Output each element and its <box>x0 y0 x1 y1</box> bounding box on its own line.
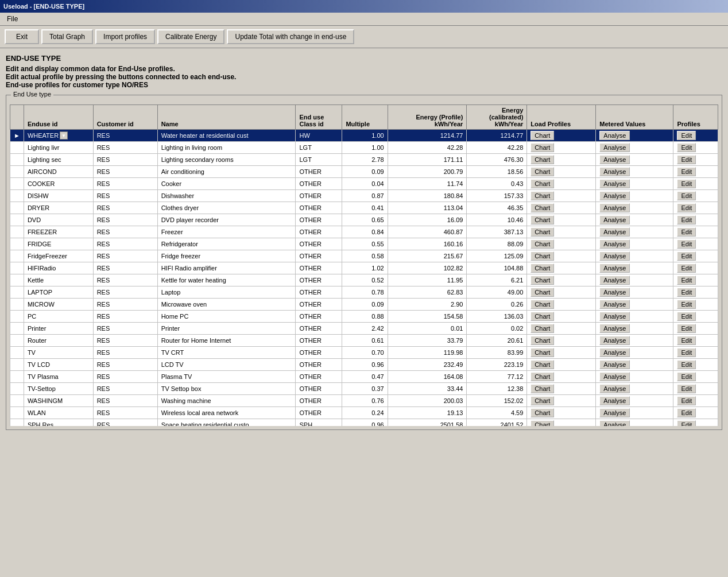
cell-name[interactable]: Home PC <box>157 311 296 323</box>
cell-end-use-class-id[interactable]: OTHER <box>296 178 342 190</box>
cell-multiple[interactable]: 0.04 <box>342 178 388 190</box>
cell-profiles[interactable]: Edit <box>673 323 718 335</box>
cell-load-profiles[interactable]: Chart <box>527 371 596 383</box>
cell-multiple[interactable]: 0.76 <box>342 395 388 407</box>
analyse-button[interactable]: Analyse <box>599 420 630 426</box>
cell-energy-calibrated[interactable]: 0.26 <box>467 299 527 311</box>
cell-name[interactable]: HIFI Radio amplifier <box>157 262 296 274</box>
cell-energy-calibrated[interactable]: 125.09 <box>467 250 527 262</box>
cell-multiple[interactable]: 1.02 <box>342 262 388 274</box>
analyse-button[interactable]: Analyse <box>599 203 630 212</box>
cell-load-profiles[interactable]: Chart <box>527 274 596 286</box>
cell-multiple[interactable]: 0.87 <box>342 190 388 202</box>
cell-multiple[interactable]: 0.61 <box>342 335 388 347</box>
cell-load-profiles[interactable]: Chart <box>527 359 596 371</box>
chart-button[interactable]: Chart <box>530 179 554 188</box>
cell-end-use-class-id[interactable]: HW <box>296 130 342 142</box>
table-row[interactable]: DVDRESDVD player recorderOTHER0.6516.091… <box>10 214 718 226</box>
cell-load-profiles[interactable]: Chart <box>527 383 596 395</box>
cell-end-use-class-id[interactable]: OTHER <box>296 286 342 299</box>
cell-customer-id[interactable]: RES <box>93 250 157 262</box>
cell-energy-calibrated[interactable]: 152.02 <box>467 395 527 407</box>
analyse-button[interactable]: Analyse <box>599 131 630 140</box>
cell-energy-profile[interactable]: 160.16 <box>388 238 467 250</box>
cell-metered-values[interactable]: Analyse <box>596 335 673 347</box>
calibrate-energy-button[interactable]: Calibrate Energy <box>157 29 224 44</box>
cell-end-use-class-id[interactable]: OTHER <box>296 250 342 262</box>
edit-button[interactable]: Edit <box>677 131 696 140</box>
edit-button[interactable]: Edit <box>677 203 696 212</box>
cell-end-use-class-id[interactable]: OTHER <box>296 190 342 202</box>
cell-metered-values[interactable]: Analyse <box>596 202 673 214</box>
analyse-button[interactable]: Analyse <box>599 167 630 176</box>
cell-name[interactable]: Clothes dryer <box>157 202 296 214</box>
edit-button[interactable]: Edit <box>677 276 696 285</box>
cell-metered-values[interactable]: Analyse <box>596 311 673 323</box>
cell-energy-calibrated[interactable]: 6.21 <box>467 274 527 286</box>
data-table-container[interactable]: Enduse id Customer id Name End useClass … <box>10 104 718 426</box>
table-row[interactable]: FRIDGERESRefridgeratorOTHER0.55160.1688.… <box>10 238 718 250</box>
cell-name[interactable]: TV Settop box <box>157 383 296 395</box>
edit-button[interactable]: Edit <box>677 420 696 426</box>
cell-energy-profile[interactable]: 119.98 <box>388 347 467 359</box>
cell-enduse-id[interactable]: FREEZER <box>24 226 93 238</box>
cell-multiple[interactable]: 0.70 <box>342 347 388 359</box>
cell-energy-calibrated[interactable]: 223.19 <box>467 359 527 371</box>
cell-name[interactable]: Lighting secondary rooms <box>157 154 296 166</box>
analyse-button[interactable]: Analyse <box>599 215 630 224</box>
analyse-button[interactable]: Analyse <box>599 396 630 405</box>
edit-button[interactable]: Edit <box>677 372 696 381</box>
cell-energy-calibrated[interactable]: 4.59 <box>467 407 527 419</box>
cell-customer-id[interactable]: RES <box>93 395 157 407</box>
cell-profiles[interactable]: Edit <box>673 383 718 395</box>
cell-load-profiles[interactable]: Chart <box>527 347 596 359</box>
cell-metered-values[interactable]: Analyse <box>596 262 673 274</box>
table-row[interactable]: FridgeFreezerRESFridge freezerOTHER0.582… <box>10 250 718 262</box>
cell-end-use-class-id[interactable]: OTHER <box>296 299 342 311</box>
cell-energy-profile[interactable]: 0.01 <box>388 323 467 335</box>
chart-button[interactable]: Chart <box>530 360 554 369</box>
chart-button[interactable]: Chart <box>530 239 554 249</box>
cell-metered-values[interactable]: Analyse <box>596 238 673 250</box>
chart-button[interactable]: Chart <box>530 191 554 200</box>
cell-enduse-id[interactable]: SPH Res <box>24 419 93 427</box>
cell-customer-id[interactable]: RES <box>93 371 157 383</box>
cell-load-profiles[interactable]: Chart <box>527 130 596 142</box>
table-row[interactable]: TV-SettopRESTV Settop boxOTHER0.3733.441… <box>10 383 718 395</box>
cell-load-profiles[interactable]: Chart <box>527 166 596 178</box>
cell-profiles[interactable]: Edit <box>673 130 718 142</box>
table-row[interactable]: Lighting secRESLighting secondary roomsL… <box>10 154 718 166</box>
edit-button[interactable]: Edit <box>677 324 696 333</box>
cell-load-profiles[interactable]: Chart <box>527 323 596 335</box>
cell-name[interactable]: Lighting in living room <box>157 142 296 154</box>
cell-name[interactable]: Wireless local area network <box>157 407 296 419</box>
cell-metered-values[interactable]: Analyse <box>596 130 673 142</box>
cell-multiple[interactable]: 0.78 <box>342 286 388 299</box>
analyse-button[interactable]: Analyse <box>599 239 630 249</box>
edit-button[interactable]: Edit <box>677 179 696 188</box>
cell-energy-calibrated[interactable]: 12.38 <box>467 383 527 395</box>
cell-enduse-id[interactable]: Lighting sec <box>24 154 93 166</box>
cell-multiple[interactable]: 0.96 <box>342 419 388 427</box>
cell-load-profiles[interactable]: Chart <box>527 407 596 419</box>
cell-end-use-class-id[interactable]: OTHER <box>296 371 342 383</box>
cell-end-use-class-id[interactable]: OTHER <box>296 311 342 323</box>
table-row[interactable]: PrinterRESPrinterOTHER2.420.010.02ChartA… <box>10 323 718 335</box>
chart-button[interactable]: Chart <box>530 251 554 261</box>
cell-enduse-id[interactable]: TV LCD <box>24 359 93 371</box>
table-row[interactable]: FREEZERRESFreezerOTHER0.84460.87387.13Ch… <box>10 226 718 238</box>
cell-energy-calibrated[interactable]: 387.13 <box>467 226 527 238</box>
cell-end-use-class-id[interactable]: OTHER <box>296 395 342 407</box>
cell-customer-id[interactable]: RES <box>93 383 157 395</box>
cell-enduse-id[interactable]: TV-Settop <box>24 383 93 395</box>
cell-name[interactable]: LCD TV <box>157 359 296 371</box>
cell-energy-profile[interactable]: 200.03 <box>388 395 467 407</box>
cell-metered-values[interactable]: Analyse <box>596 178 673 190</box>
cell-end-use-class-id[interactable]: OTHER <box>296 383 342 395</box>
cell-energy-profile[interactable]: 215.67 <box>388 250 467 262</box>
cell-multiple[interactable]: 2.78 <box>342 154 388 166</box>
cell-profiles[interactable]: Edit <box>673 226 718 238</box>
import-profiles-button[interactable]: Import profiles <box>95 29 155 44</box>
cell-energy-profile[interactable]: 102.82 <box>388 262 467 274</box>
cell-name[interactable]: Laptop <box>157 286 296 299</box>
